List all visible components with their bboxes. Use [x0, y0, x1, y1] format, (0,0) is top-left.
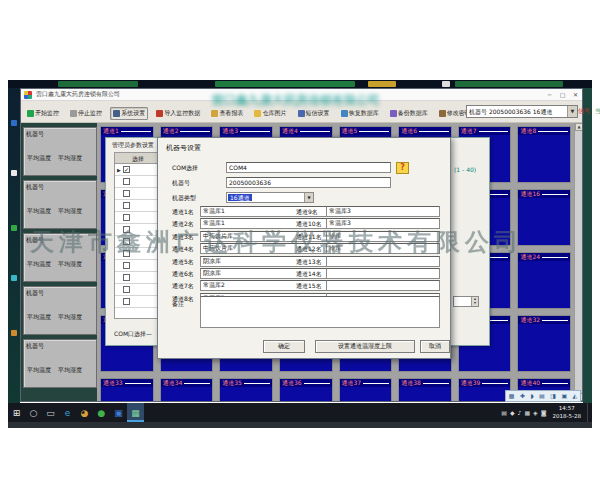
- row-checkbox[interactable]: [123, 190, 130, 197]
- channel-name-input[interactable]: [326, 268, 440, 279]
- machine-summary-panel[interactable]: 机器号 平均温度 平均湿度: [23, 339, 97, 388]
- desktop-icon[interactable]: [11, 170, 17, 176]
- tray-popup-icon[interactable]: ◨: [550, 393, 556, 399]
- taskbar-icon[interactable]: ▣: [110, 403, 127, 422]
- toolbar-button[interactable]: 备份数据库: [387, 107, 431, 120]
- minimize-button[interactable]: ─: [543, 89, 556, 100]
- tray-popup-icon[interactable]: ▤: [539, 393, 545, 399]
- toolbar-button[interactable]: 短信设置: [295, 107, 333, 120]
- row-checkbox[interactable]: [123, 274, 130, 281]
- set-channel-limit-button[interactable]: 设置通道温湿度上限: [315, 340, 415, 353]
- channel-name-input[interactable]: [326, 256, 440, 267]
- machine-summary-panel[interactable]: 机器号 平均温度 平均湿度: [23, 286, 97, 335]
- channel-panel[interactable]: 通道35: [219, 378, 273, 401]
- vertical-scrollbar[interactable]: ▲ ▼: [574, 123, 582, 401]
- tray-popup-icon[interactable]: ◗: [530, 393, 533, 399]
- taskbar-icon[interactable]: ◕: [76, 403, 93, 422]
- machine-summary-panel[interactable]: 机器号 平均温度 平均湿度: [23, 180, 97, 229]
- row-checkbox[interactable]: [123, 214, 130, 221]
- toolbar-button[interactable]: 系统设置: [110, 107, 148, 120]
- channel-panel[interactable]: 通道36: [279, 378, 333, 401]
- taskbar-icon[interactable]: ⊞: [8, 403, 25, 422]
- channel-panel[interactable]: 通道24: [517, 252, 571, 309]
- channel-panel[interactable]: 通道34: [160, 378, 214, 401]
- tray-popup-icon[interactable]: ▩: [509, 393, 515, 399]
- machine-type-combo[interactable]: 16通道 ▼: [226, 192, 314, 203]
- taskbar-icon[interactable]: ▭: [42, 403, 59, 422]
- toolbar-button[interactable]: 停止监控: [67, 107, 105, 120]
- row-checkbox[interactable]: [123, 226, 130, 233]
- tray-icon[interactable]: ♪: [518, 409, 522, 416]
- row-checkbox[interactable]: [123, 250, 130, 257]
- row-checkbox[interactable]: [123, 202, 130, 209]
- maximize-button[interactable]: ▢: [556, 89, 569, 100]
- tray-icon[interactable]: ▤: [501, 409, 507, 416]
- toolbar-button[interactable]: 开始监控: [24, 107, 62, 120]
- com-select-row[interactable]: [115, 212, 161, 224]
- channel-name-input[interactable]: [326, 280, 440, 291]
- tray-icon[interactable]: ▦: [524, 409, 530, 416]
- machine-select-combo[interactable]: 机器号 20050003636 16通道 ▼: [466, 105, 578, 118]
- scroll-up-arrow[interactable]: ▲: [575, 123, 582, 131]
- row-checkbox[interactable]: [123, 262, 130, 269]
- spinner-icon[interactable]: ▴▾: [471, 297, 478, 306]
- taskbar-icon[interactable]: ▦: [127, 403, 144, 422]
- remark-textarea[interactable]: [200, 296, 440, 328]
- ok-button[interactable]: 确定: [263, 340, 305, 353]
- toolbar-button[interactable]: 导入监控数据: [153, 107, 203, 120]
- row-checkbox[interactable]: ✓: [123, 166, 130, 173]
- machine-summary-panel[interactable]: 机器号 平均温度 平均湿度: [23, 127, 97, 176]
- desktop-icon[interactable]: [11, 225, 17, 231]
- channel-panel[interactable]: 通道33: [100, 378, 154, 401]
- mini-number-input[interactable]: ▴▾: [453, 296, 479, 307]
- close-button[interactable]: ✕: [569, 89, 582, 100]
- com-select-row[interactable]: [115, 200, 161, 212]
- tray-popup-icon[interactable]: ▣: [561, 393, 567, 399]
- row-checkbox[interactable]: [123, 238, 130, 245]
- row-checkbox[interactable]: [123, 298, 130, 305]
- channel-panel[interactable]: 通道32: [517, 315, 571, 372]
- com-select-row[interactable]: [115, 224, 161, 236]
- taskbar-icon[interactable]: ●: [93, 403, 110, 422]
- channel-panel[interactable]: 通道39: [458, 378, 512, 401]
- com-input[interactable]: [226, 162, 391, 173]
- com-select-row[interactable]: [115, 176, 161, 188]
- machine-summary-panel[interactable]: 机器号 平均温度 平均湿度: [23, 233, 97, 282]
- com-select-row[interactable]: [115, 284, 161, 296]
- channel-name-input[interactable]: [326, 231, 440, 242]
- com-select-row[interactable]: [115, 260, 161, 272]
- com-select-row[interactable]: [115, 272, 161, 284]
- tray-popup-icon[interactable]: ✚: [520, 393, 525, 399]
- taskbar-icon[interactable]: ○: [25, 403, 42, 422]
- desktop-icon[interactable]: [11, 120, 17, 126]
- tray-icon[interactable]: ◙: [541, 409, 547, 416]
- chevron-down-icon[interactable]: ▼: [304, 193, 313, 202]
- tray-popup-icon[interactable]: ◭: [573, 393, 578, 399]
- com-select-row[interactable]: ▶ ✓: [115, 164, 161, 176]
- chevron-down-icon[interactable]: ▼: [567, 106, 577, 117]
- toolbar-button[interactable]: 仓库图片: [251, 107, 289, 120]
- row-checkbox[interactable]: [123, 286, 130, 293]
- channel-panel[interactable]: 通道8: [517, 126, 571, 183]
- toolbar-button[interactable]: 查看报表: [208, 107, 246, 120]
- com-select-row[interactable]: [115, 248, 161, 260]
- tray-icon[interactable]: ◈: [533, 409, 538, 416]
- com-select-row[interactable]: [115, 188, 161, 200]
- tray-icon[interactable]: ◆: [510, 409, 515, 416]
- show-desktop-button[interactable]: [587, 403, 590, 422]
- toolbar-button[interactable]: 恢复数据库: [338, 107, 382, 120]
- channel-panel[interactable]: 通道37: [339, 378, 393, 401]
- desktop-icon[interactable]: [11, 330, 17, 336]
- com-select-row[interactable]: [115, 296, 161, 308]
- channel-panel[interactable]: 通道38: [398, 378, 452, 401]
- desktop-icon[interactable]: [11, 275, 17, 281]
- cancel-button[interactable]: 取消: [420, 340, 450, 353]
- channel-name-input[interactable]: [326, 206, 440, 217]
- com-select-row[interactable]: [115, 236, 161, 248]
- taskbar-icon[interactable]: e: [59, 403, 76, 422]
- channel-name-input[interactable]: [326, 218, 440, 229]
- taskbar-clock[interactable]: 14:57 2018-5-28: [550, 405, 584, 420]
- channel-name-input[interactable]: [326, 243, 440, 254]
- row-checkbox[interactable]: [123, 178, 130, 185]
- channel-panel[interactable]: 通道16: [517, 189, 571, 246]
